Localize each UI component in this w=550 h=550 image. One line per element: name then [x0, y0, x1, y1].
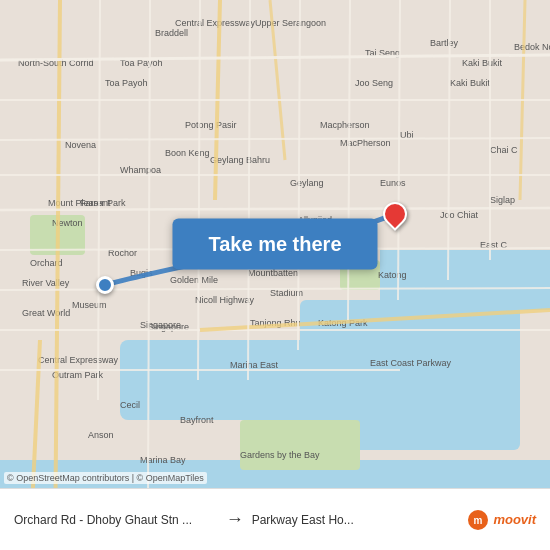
svg-line-14 [200, 310, 550, 330]
svg-line-21 [398, 0, 400, 300]
svg-line-0 [55, 0, 60, 488]
arrow-icon: → [226, 509, 244, 530]
svg-line-16 [148, 0, 150, 488]
svg-line-3 [270, 0, 285, 160]
svg-line-22 [448, 0, 450, 280]
map-attribution: © OpenStreetMap contributors | © OpenMap… [4, 472, 207, 484]
bottom-bar: Orchard Rd - Dhoby Ghaut Stn ... → Parkw… [0, 488, 550, 550]
take-me-there-button[interactable]: Take me there [172, 219, 377, 270]
app: BraddellToa PayohToa PayohNovenaBoon Ken… [0, 0, 550, 550]
moovit-logo: m moovit [467, 509, 536, 531]
origin-info: Orchard Rd - Dhoby Ghaut Stn ... [14, 513, 218, 527]
destination-marker [383, 202, 407, 226]
moovit-text: moovit [493, 512, 536, 527]
svg-line-19 [298, 0, 300, 350]
moovit-icon: m [467, 509, 489, 531]
svg-line-2 [30, 340, 40, 488]
svg-line-7 [0, 138, 550, 140]
svg-line-11 [0, 288, 550, 290]
svg-text:m: m [474, 515, 483, 526]
svg-line-9 [0, 208, 550, 210]
map-container: BraddellToa PayohToa PayohNovenaBoon Ken… [0, 0, 550, 488]
svg-line-20 [348, 0, 350, 320]
destination-info: Parkway East Ho... [252, 513, 456, 527]
origin-marker [96, 276, 114, 294]
